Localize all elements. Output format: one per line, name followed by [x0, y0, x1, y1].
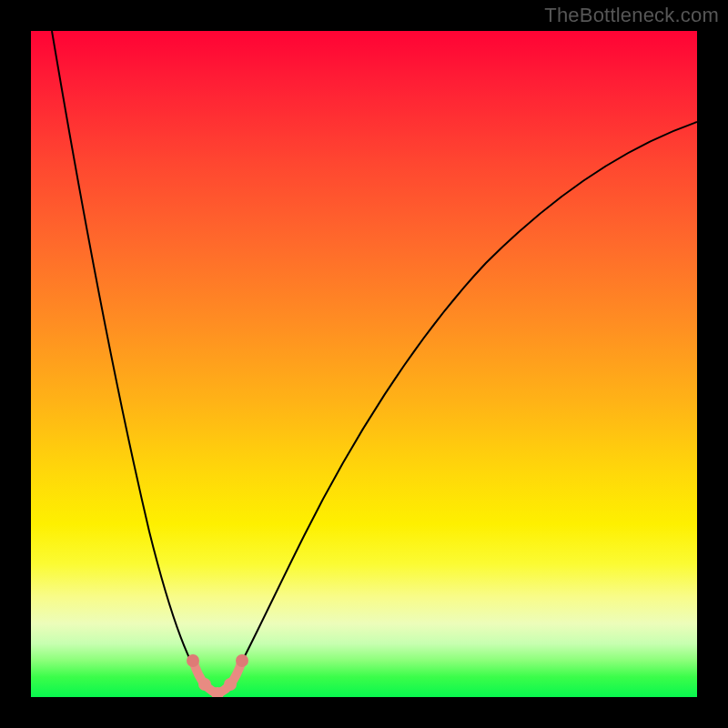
chart-container: TheBottleneck.com — [0, 0, 728, 728]
dip-bead — [187, 654, 199, 667]
dip-bead — [236, 654, 248, 667]
dip-bead — [224, 678, 237, 691]
dip-bead — [198, 678, 211, 691]
watermark-text: TheBottleneck.com — [544, 4, 719, 27]
right-curve — [227, 122, 697, 691]
curves-svg — [31, 31, 697, 697]
left-curve — [52, 31, 208, 691]
